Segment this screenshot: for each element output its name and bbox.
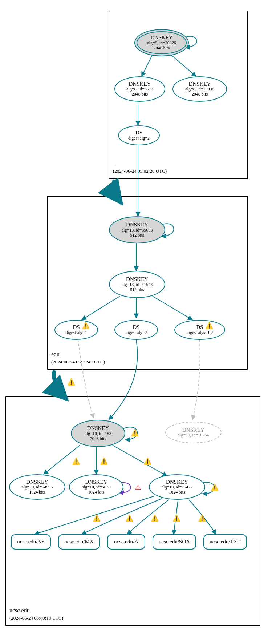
rrset-a[interactable]: ucsc.edu/A — [107, 534, 145, 550]
node-ucsc-zsk2[interactable]: DNSKEY alg=10, id=5030 1024 bits — [69, 474, 123, 500]
node-ucsc-ksk[interactable]: DNSKEY alg=10, id=183 2048 bits — [71, 420, 125, 447]
node-title: DNSKEY — [182, 427, 204, 433]
node-title: DNSKEY — [126, 222, 148, 228]
node-line: 1024 bits — [88, 490, 104, 495]
node-line: alg=10, id=18264 — [178, 433, 209, 438]
zone-ucsc-label: ucsc.edu — [9, 607, 30, 614]
node-edu-ksk[interactable]: DNSKEY alg=13, id=35663 512 bits — [109, 216, 165, 243]
node-line: 512 bits — [130, 233, 144, 238]
rrset-txt[interactable]: ucsc.edu/TXT — [203, 534, 247, 550]
node-title: DS — [196, 324, 203, 330]
node-title: DS — [73, 324, 80, 330]
node-line: alg=10, id=5030 — [82, 485, 111, 490]
node-title: DNSKEY — [87, 425, 109, 431]
node-edu-ds2[interactable]: DS digest alg=2 — [114, 320, 158, 340]
node-line: 2048 bits — [154, 46, 170, 51]
node-title: DNSKEY — [85, 479, 107, 485]
node-line: digest alg=1 — [65, 330, 87, 335]
rrset-mx[interactable]: ucsc.edu/MX — [58, 534, 100, 550]
node-line: alg=10, id=15422 — [162, 485, 193, 490]
rrset-soa[interactable]: ucsc.edu/SOA — [153, 534, 196, 550]
node-ucsc-zsk1[interactable]: DNSKEY alg=10, id=54995 1024 bits — [9, 474, 65, 500]
node-title: DNSKEY — [126, 276, 148, 282]
node-line: 2048 bits — [132, 92, 148, 97]
node-title: DNSKEY — [129, 81, 151, 87]
node-line: alg=8, id=5613 — [126, 87, 153, 92]
warn-icon: ⚠️ — [67, 378, 75, 386]
zone-root-label: . — [113, 160, 114, 167]
node-ucsc-missing-key[interactable]: DNSKEY alg=10, id=18264 — [165, 422, 222, 443]
zone-ucsc: ucsc.edu (2024-06-24 05:40:13 UTC) — [5, 396, 260, 626]
node-edu-ds3[interactable]: DS digest algs=1,2 — [174, 320, 225, 340]
node-line: alg=10, id=54995 — [22, 485, 53, 490]
node-line: 2048 bits — [192, 92, 208, 97]
node-line: 1024 bits — [29, 490, 45, 495]
node-line: digest alg=2 — [125, 330, 147, 335]
node-root-zsk1[interactable]: DNSKEY alg=8, id=5613 2048 bits — [114, 76, 165, 102]
node-line: alg=10, id=183 — [85, 431, 111, 436]
zone-edu-time: (2024-06-24 05:39:47 UTC) — [51, 359, 105, 365]
rrset-ns[interactable]: ucsc.edu/NS — [11, 534, 51, 550]
node-line: 1024 bits — [169, 490, 185, 495]
node-title: DS — [135, 130, 142, 136]
node-edu-ds1[interactable]: DS digest alg=1 — [54, 320, 98, 340]
node-root-zsk2[interactable]: DNSKEY alg=8, id=20038 2048 bits — [172, 76, 227, 102]
node-title: DNSKEY — [26, 479, 48, 485]
node-line: digest alg=2 — [128, 136, 150, 141]
node-line: alg=13, id=41543 — [122, 282, 153, 287]
zone-root-time: (2024-06-24 05:02:20 UTC) — [113, 168, 167, 174]
node-ucsc-zsk3[interactable]: DNSKEY alg=10, id=15422 1024 bits — [149, 474, 205, 500]
node-line: 2048 bits — [90, 436, 106, 442]
node-root-ksk[interactable]: DNSKEY alg=8, id=20326 2048 bits — [134, 29, 189, 56]
node-title: DNSKEY — [166, 479, 188, 485]
zone-edu-label: edu — [51, 351, 60, 358]
node-line: alg=8, id=20038 — [185, 87, 214, 92]
node-line: digest algs=1,2 — [187, 330, 213, 335]
node-line: alg=13, id=35663 — [122, 228, 153, 233]
node-line: 512 bits — [130, 287, 144, 293]
node-title: DS — [133, 324, 139, 330]
node-title: DNSKEY — [189, 81, 211, 87]
zone-ucsc-time: (2024-06-24 05:40:13 UTC) — [9, 615, 63, 621]
node-root-ds[interactable]: DS digest alg=2 — [118, 125, 160, 145]
node-title: DNSKEY — [151, 35, 173, 41]
node-edu-zsk[interactable]: DNSKEY alg=13, id=41543 512 bits — [109, 271, 165, 298]
node-line: alg=8, id=20326 — [147, 41, 176, 46]
